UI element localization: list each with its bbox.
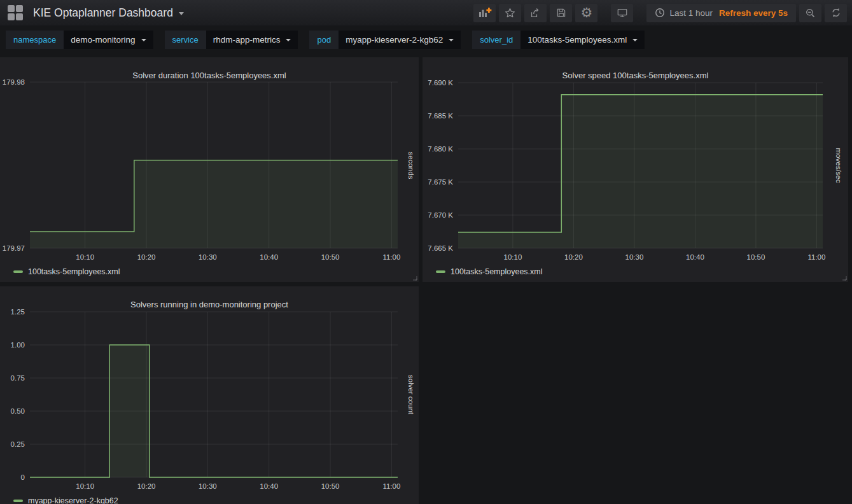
y-tick-label: 7.680 K: [428, 145, 453, 153]
variable-namespace-value: demo-monitoring: [71, 35, 135, 45]
x-tick-label: 10:20: [137, 253, 156, 261]
variable-namespace: namespace demo-monitoring: [6, 31, 153, 49]
y-axis-right-label: moves/sec: [835, 148, 842, 183]
y-tick-label: 7.665 K: [428, 244, 453, 252]
y-tick-label: 7.685 K: [428, 112, 453, 120]
x-tick-label: 10:20: [137, 482, 156, 490]
legend-series-label: myapp-kieserver-2-kgb62: [28, 496, 118, 504]
solver-duration-chart[interactable]: 179.97179.9810:1010:2010:3010:4010:5011:…: [0, 57, 419, 282]
variable-service-value: rhdm-app-metrics: [213, 35, 281, 45]
save-icon: [555, 7, 567, 18]
x-tick-label: 10:50: [747, 253, 765, 261]
dashboard-title-dropdown[interactable]: KIE Optaplanner Dashboard: [33, 6, 184, 20]
x-tick-label: 11:00: [382, 253, 400, 261]
variable-pod: pod myapp-kieserver-2-kgb62: [309, 31, 461, 49]
save-dashboard-button[interactable]: [550, 4, 572, 22]
x-tick-label: 10:50: [321, 482, 340, 490]
star-icon: [504, 7, 516, 19]
y-tick-label: 7.690 K: [428, 79, 453, 87]
legend-color-dash-icon: [13, 270, 23, 273]
y-tick-label: 179.98: [3, 78, 25, 86]
solver-speed-chart[interactable]: 7.665 K7.670 K7.675 K7.680 K7.685 K7.690…: [423, 57, 848, 282]
variable-pod-value: myapp-kieserver-2-kgb62: [346, 35, 443, 45]
legend-item[interactable]: 100tasks-5employees.xml: [436, 267, 543, 276]
variable-solver-id-select[interactable]: 100tasks-5employees.xml: [520, 31, 645, 49]
y-tick-label: 0.25: [11, 440, 25, 448]
legend-series-label: 100tasks-5employees.xml: [450, 267, 543, 276]
variable-service-label: service: [165, 31, 206, 49]
panel-resize-handle[interactable]: [842, 276, 847, 281]
x-tick-label: 11:00: [807, 253, 825, 261]
x-tick-label: 10:20: [564, 253, 583, 261]
y-tick-label: 0: [21, 473, 25, 481]
variable-solver-id: solver_id 100tasks-5employees.xml: [472, 31, 645, 49]
y-tick-label: 1.00: [11, 341, 25, 349]
panel-solver-duration: Solver duration 100tasks-5employees.xml …: [0, 57, 419, 282]
chevron-down-icon: [632, 39, 638, 41]
cycle-arrows-icon: [830, 7, 842, 18]
navbar: KIE Optaplanner Dashboard: [0, 0, 852, 25]
x-tick-label: 10:10: [76, 253, 94, 261]
zoom-out-time-button[interactable]: [799, 4, 821, 22]
solvers-running-chart[interactable]: 00.250.500.751.001.2510:1010:2010:3010:4…: [0, 286, 419, 504]
star-dashboard-button[interactable]: [499, 4, 521, 22]
settings-button[interactable]: ⚙: [575, 4, 597, 22]
time-picker-button[interactable]: Last 1 hour Refresh every 5s: [646, 4, 796, 22]
chevron-down-icon: [141, 39, 146, 41]
x-tick-label: 10:40: [260, 482, 278, 490]
x-tick-label: 10:40: [686, 253, 704, 261]
bar-chart-plus-icon: [478, 7, 492, 18]
page-title: KIE Optaplanner Dashboard: [33, 6, 173, 20]
chevron-down-icon: [449, 39, 454, 41]
x-tick-label: 10:10: [76, 482, 94, 490]
panel-resize-handle[interactable]: [412, 276, 417, 281]
template-variables-row: namespace demo-monitoring service rhdm-a…: [0, 25, 656, 53]
share-icon: [529, 7, 541, 19]
variable-solver-id-label: solver_id: [472, 31, 520, 49]
y-tick-label: 0.75: [11, 374, 25, 382]
clock-icon: [655, 8, 665, 18]
share-dashboard-button[interactable]: [524, 4, 547, 22]
grafana-menu-icon[interactable]: [8, 5, 23, 20]
y-tick-label: 0.50: [11, 407, 25, 415]
refresh-dashboard-button[interactable]: [825, 4, 847, 22]
gear-icon: ⚙: [580, 6, 592, 19]
legend-color-dash-icon: [436, 270, 445, 273]
y-tick-label: 7.670 K: [428, 211, 453, 219]
y-tick-label: 1.25: [11, 308, 25, 316]
variable-pod-select[interactable]: myapp-kieserver-2-kgb62: [339, 31, 461, 49]
magnifier-minus-icon: [804, 7, 816, 19]
legend-color-dash-icon: [13, 500, 23, 502]
y-tick-label: 7.675 K: [428, 178, 453, 186]
x-tick-label: 10:30: [199, 253, 217, 261]
y-axis-right-label: seconds: [407, 152, 415, 179]
variable-namespace-select[interactable]: demo-monitoring: [64, 31, 153, 49]
monitor-icon: [616, 7, 629, 19]
chevron-down-icon: [179, 12, 184, 15]
time-range-label: Last 1 hour: [669, 8, 713, 18]
cycle-view-mode-button[interactable]: [611, 4, 633, 22]
y-tick-label: 179.97: [3, 244, 25, 252]
add-panel-button[interactable]: [473, 4, 496, 22]
variable-service: service rhdm-app-metrics: [165, 31, 298, 49]
x-tick-label: 10:50: [321, 253, 340, 261]
x-tick-label: 10:10: [504, 253, 522, 261]
variable-solver-id-value: 100tasks-5employees.xml: [527, 35, 627, 45]
y-axis-right-label: solver count: [407, 375, 415, 414]
x-tick-label: 10:40: [260, 253, 278, 261]
refresh-interval-label: Refresh every 5s: [719, 8, 788, 18]
legend-item[interactable]: 100tasks-5employees.xml: [13, 267, 120, 276]
panel-solver-speed: Solver speed 100tasks-5employees.xml 7.6…: [423, 57, 848, 282]
variable-namespace-label: namespace: [6, 31, 64, 49]
panel-solvers-running: Solvers running in demo-monitoring proje…: [0, 286, 419, 504]
legend-series-label: 100tasks-5employees.xml: [28, 267, 120, 276]
x-tick-label: 10:30: [625, 253, 644, 261]
chevron-down-icon: [286, 39, 291, 41]
x-tick-label: 10:30: [199, 482, 217, 490]
variable-service-select[interactable]: rhdm-app-metrics: [206, 31, 298, 49]
legend-item[interactable]: myapp-kieserver-2-kgb62: [13, 496, 118, 504]
x-tick-label: 11:00: [382, 482, 400, 490]
variable-pod-label: pod: [309, 31, 339, 49]
